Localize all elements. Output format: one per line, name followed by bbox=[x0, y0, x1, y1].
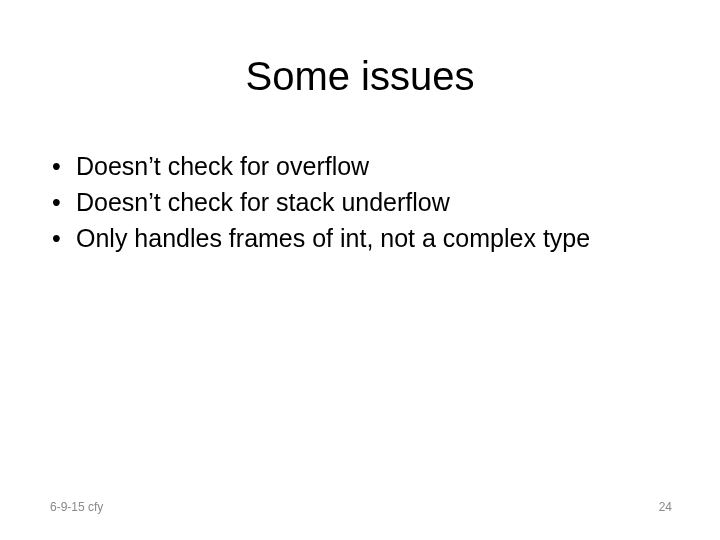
footer-date-author: 6-9-15 cfy bbox=[50, 500, 103, 514]
list-item: Doesn’t check for stack underflow bbox=[50, 186, 680, 220]
slide: Some issues Doesn’t check for overflow D… bbox=[0, 0, 720, 540]
slide-body: Doesn’t check for overflow Doesn’t check… bbox=[50, 150, 680, 257]
slide-title: Some issues bbox=[0, 0, 720, 99]
bullet-list: Doesn’t check for overflow Doesn’t check… bbox=[50, 150, 680, 255]
list-item: Only handles frames of int, not a comple… bbox=[50, 222, 680, 256]
list-item: Doesn’t check for overflow bbox=[50, 150, 680, 184]
footer-page-number: 24 bbox=[659, 500, 672, 514]
